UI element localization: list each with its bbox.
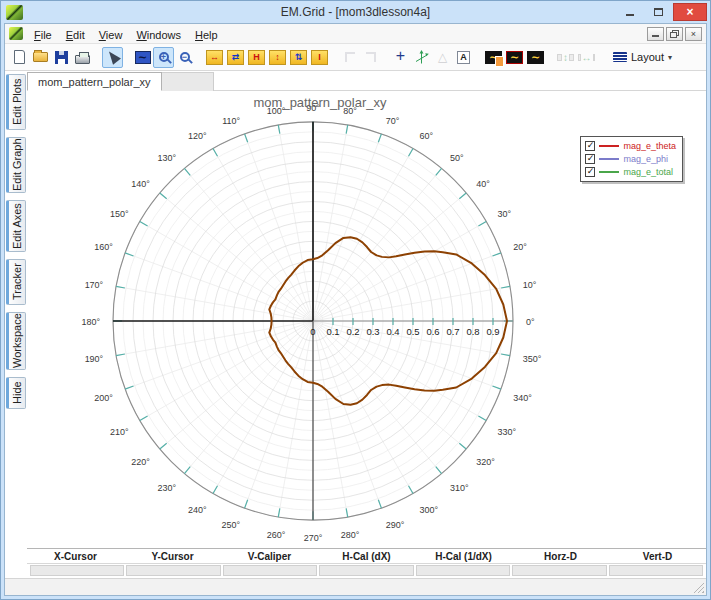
- document-icon[interactable]: [9, 27, 23, 40]
- svg-text:130°: 130°: [157, 153, 176, 163]
- toolbar-space-horizontal-button: ↔: [576, 47, 597, 68]
- menu-edit[interactable]: Edit: [59, 27, 92, 43]
- toolbar-text-label-button[interactable]: A: [453, 47, 474, 68]
- toolbar-corner-left-button: [339, 47, 360, 68]
- title-bar[interactable]: EM.Grid - [mom3dlesson4a] ×: [4, 1, 707, 23]
- toolbar-pointer-arrow-button[interactable]: [102, 47, 123, 68]
- tab-mom-pattern-polar-xy[interactable]: mom_pattern_polar_xy: [27, 72, 162, 91]
- sidebar-tab-edit-plots[interactable]: Edit Plots: [6, 74, 26, 130]
- svg-text:0.5: 0.5: [406, 326, 419, 337]
- svg-text:120°: 120°: [188, 131, 207, 141]
- content-area: mom_pattern_polar_xy 00.10.20.30.40.50.6…: [27, 71, 706, 578]
- menu-help[interactable]: Help: [188, 27, 225, 43]
- toolbar-open-folder-button[interactable]: [30, 47, 51, 68]
- mdi-close-button[interactable]: ×: [685, 27, 702, 41]
- svg-text:320°: 320°: [476, 457, 495, 467]
- svg-text:280°: 280°: [341, 530, 360, 540]
- legend-checkbox-mag_e_phi[interactable]: [585, 154, 595, 164]
- readout-value: [223, 565, 317, 576]
- readout-col-vert-d: Vert-D: [609, 551, 706, 562]
- svg-text:310°: 310°: [450, 483, 469, 493]
- toolbar-crosshair-button[interactable]: +: [390, 47, 411, 68]
- resize-grip[interactable]: [693, 582, 704, 593]
- toolbar-corner-right-button: [360, 47, 381, 68]
- legend-line-sample: [599, 171, 619, 173]
- close-button[interactable]: ×: [673, 3, 707, 21]
- readout-col-horz-d: Horz-D: [512, 551, 609, 562]
- sidebar-tab-hide[interactable]: Hide: [6, 377, 26, 409]
- toolbar-plot-window-red-button[interactable]: ∼: [504, 47, 525, 68]
- legend-row-mag_e_phi: mag_e_phi: [585, 152, 676, 165]
- svg-text:0.9: 0.9: [486, 326, 499, 337]
- window-controls: ×: [615, 3, 707, 21]
- svg-text:260°: 260°: [267, 530, 286, 540]
- toolbar-fit-vertical-button[interactable]: I: [309, 47, 330, 68]
- legend-checkbox-mag_e_total[interactable]: [585, 167, 595, 177]
- svg-text:0: 0: [310, 326, 315, 337]
- sidebar-tab-workspace[interactable]: Workspace: [6, 312, 26, 370]
- minimize-icon: [652, 35, 659, 37]
- window-title: EM.Grid - [mom3dlesson4a]: [4, 5, 707, 19]
- sidebar-tabs: Edit PlotsEdit GraphEdit AxesTrackerWork…: [5, 71, 27, 578]
- maximize-button[interactable]: [644, 3, 673, 21]
- toolbar-zoom-out-button[interactable]: −: [174, 47, 195, 68]
- toolbar-axes-cross-button[interactable]: [411, 47, 432, 68]
- toolbar-plot-window-dark-button[interactable]: ∼: [525, 47, 546, 68]
- svg-text:140°: 140°: [131, 179, 150, 189]
- menu-windows[interactable]: Windows: [129, 27, 188, 43]
- toolbar-expand-vertical-button[interactable]: ↕: [267, 47, 288, 68]
- legend-row-mag_e_theta: mag_e_theta: [585, 139, 676, 152]
- mdi-controls: ×: [645, 27, 704, 41]
- legend-line-sample: [599, 158, 619, 160]
- toolbar-plot-window-orange-button[interactable]: ∼: [483, 47, 504, 68]
- svg-text:0.4: 0.4: [386, 326, 399, 337]
- menu-file[interactable]: File: [27, 27, 59, 43]
- svg-text:0.7: 0.7: [446, 326, 459, 337]
- readout-col-x-cursor: X-Cursor: [27, 551, 124, 562]
- close-icon: ×: [691, 29, 696, 39]
- mdi-minimize-button[interactable]: [647, 27, 664, 41]
- toolbar-print-button[interactable]: [72, 47, 93, 68]
- sidebar-tab-tracker[interactable]: Tracker: [6, 259, 26, 305]
- legend-label: mag_e_phi: [623, 154, 668, 164]
- svg-text:240°: 240°: [188, 505, 207, 515]
- readout-value: [512, 565, 606, 576]
- toolbar-compress-vertical-button[interactable]: ⇅: [288, 47, 309, 68]
- maximize-icon: [654, 8, 663, 16]
- mdi-restore-button[interactable]: [666, 27, 683, 41]
- plot-area[interactable]: 00.10.20.30.40.50.60.70.80.90°10°20°30°4…: [27, 91, 706, 548]
- readout-col-h-cal-dx-: H-Cal (dX): [318, 551, 415, 562]
- svg-text:340°: 340°: [513, 394, 532, 404]
- legend-row-mag_e_total: mag_e_total: [585, 165, 676, 178]
- svg-text:250°: 250°: [222, 520, 241, 530]
- toolbar-new-document-button[interactable]: [9, 47, 30, 68]
- menu-view[interactable]: View: [92, 27, 130, 43]
- svg-text:150°: 150°: [110, 209, 129, 219]
- sidebar-tab-edit-graph[interactable]: Edit Graph: [6, 137, 26, 193]
- sidebar-tab-edit-axes[interactable]: Edit Axes: [6, 200, 26, 252]
- svg-text:350°: 350°: [523, 354, 542, 364]
- app-window: EM.Grid - [mom3dlesson4a] × FileEditView…: [0, 0, 711, 600]
- toolbar-zoom-region-button[interactable]: ∼: [132, 47, 153, 68]
- toolbar-save-floppy-button[interactable]: [51, 47, 72, 68]
- minimize-icon: [626, 14, 634, 16]
- toolbar-expand-horizontal-button[interactable]: ↔: [204, 47, 225, 68]
- svg-text:170°: 170°: [85, 280, 104, 290]
- chart-title: mom_pattern_polar_xy: [254, 95, 387, 110]
- menu-bar: FileEditViewWindowsHelp ×: [5, 24, 706, 44]
- svg-text:300°: 300°: [420, 505, 439, 515]
- toolbar-zoom-in-button[interactable]: +: [153, 47, 174, 68]
- toolbar-fit-horizontal-button[interactable]: H: [246, 47, 267, 68]
- close-icon: ×: [686, 6, 693, 18]
- minimize-button[interactable]: [615, 3, 644, 21]
- toolbar-layout-dropdown[interactable]: Layout▾: [606, 47, 679, 68]
- legend-line-sample: [599, 145, 619, 147]
- toolbar-compress-horizontal-button[interactable]: ⇄: [225, 47, 246, 68]
- legend-checkbox-mag_e_theta[interactable]: [585, 141, 595, 151]
- readout-values: [27, 564, 706, 578]
- restore-icon: [670, 30, 679, 38]
- app-frame: FileEditViewWindowsHelp × ∼+−↔⇄H↕⇅I+△A∼∼…: [4, 23, 707, 596]
- cursor-readout-bar: X-CursorY-CursorV-CaliperH-Cal (dX)H-Cal…: [27, 548, 706, 578]
- svg-text:60°: 60°: [420, 131, 434, 141]
- menu-items: FileEditViewWindowsHelp: [27, 25, 225, 43]
